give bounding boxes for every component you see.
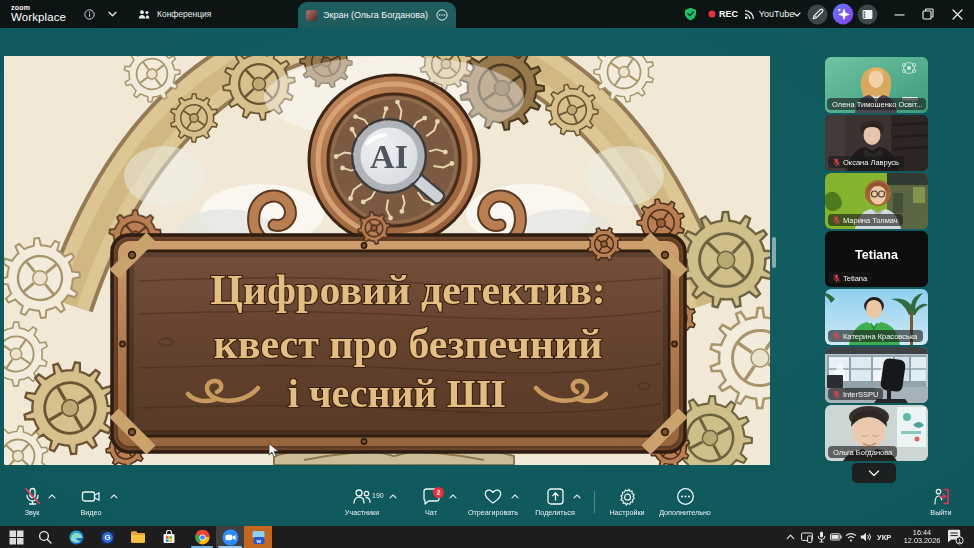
collapse-participants-button[interactable] xyxy=(852,463,896,483)
annotate-button[interactable] xyxy=(807,0,828,28)
info-button[interactable] xyxy=(80,0,98,28)
chat-unread-badge: 2 xyxy=(433,487,444,498)
action-center-button[interactable]: 1 xyxy=(942,526,968,548)
taskbar-edge-button[interactable] xyxy=(63,526,89,548)
brand-zoom: zoom xyxy=(11,4,66,11)
maximize-button[interactable] xyxy=(915,0,941,28)
participant-tile-olha[interactable]: Ольга Богданова xyxy=(825,405,928,461)
titlebar: zoom Workplace Конференция xyxy=(0,0,974,28)
edge-browser-icon xyxy=(69,530,84,545)
react-button[interactable]: Отреагировать xyxy=(462,487,524,517)
search-icon xyxy=(38,530,52,544)
close-button[interactable] xyxy=(944,0,970,28)
participants-label: Участники xyxy=(345,508,379,517)
wooden-sign: Цифровий детектив: квест про безпечний і… xyxy=(112,235,685,452)
taskbar-chrome-button[interactable] xyxy=(188,526,216,548)
tray-volume-icon[interactable] xyxy=(858,526,874,548)
taskbar-attention-app-button[interactable]: w xyxy=(244,526,272,548)
muted-mic-icon xyxy=(833,216,840,225)
notification-icon: 1 xyxy=(947,529,964,545)
video-options-chevron[interactable] xyxy=(110,494,118,499)
muted-mic-icon xyxy=(833,158,840,167)
settings-button[interactable]: Настройки xyxy=(603,487,651,517)
rec-label: REC xyxy=(719,9,738,19)
windows-taskbar: G xyxy=(0,526,974,548)
cast-display-icon xyxy=(801,532,813,543)
chevron-down-icon xyxy=(108,11,117,17)
taskbar-zoom-button[interactable] xyxy=(216,526,244,548)
language-indicator[interactable]: УКР xyxy=(877,533,891,542)
taskbar-store-button[interactable] xyxy=(156,526,182,548)
video-button[interactable]: Видео xyxy=(72,487,110,517)
ai-companion-button[interactable] xyxy=(832,0,854,28)
shield-check-icon xyxy=(684,7,697,21)
meeting-content-area: AI xyxy=(0,28,974,526)
chat-label: Чат xyxy=(425,508,437,517)
wifi-icon xyxy=(845,532,857,542)
participant-tile-intersspu[interactable]: InterSSPU xyxy=(825,347,928,403)
chat-badge-count: 2 xyxy=(437,489,441,496)
taskbar-search-button[interactable] xyxy=(32,526,58,548)
video-label: Видео xyxy=(81,508,102,517)
gear-icon xyxy=(618,487,637,506)
taskbar-explorer-button[interactable] xyxy=(125,526,151,548)
participant-tile-maryna[interactable]: Марина Толмач xyxy=(825,173,928,229)
tab-avatar xyxy=(306,10,317,21)
leave-button[interactable]: Выйти xyxy=(921,487,961,517)
zoom-workplace-logo: zoom Workplace xyxy=(11,4,66,24)
tab-more-icon[interactable] xyxy=(436,9,448,21)
scrollbar-thumb[interactable] xyxy=(772,237,776,268)
share-options-chevron[interactable] xyxy=(573,494,581,499)
audio-button[interactable]: Звук xyxy=(14,487,50,517)
participants-icon xyxy=(352,487,372,506)
livestream-indicator[interactable]: YouTube xyxy=(743,0,795,28)
tab-home-meeting[interactable]: Конференция xyxy=(138,0,211,28)
brand-workplace: Workplace xyxy=(11,12,66,24)
tray-battery-icon[interactable] xyxy=(828,526,843,548)
muted-mic-icon xyxy=(833,274,840,283)
tray-mic-icon[interactable] xyxy=(815,526,828,548)
settings-label: Настройки xyxy=(609,508,644,517)
audio-options-chevron[interactable] xyxy=(48,494,56,499)
participant-tile-kateryna[interactable]: Катерина Красовська xyxy=(825,289,928,345)
battery-icon xyxy=(830,533,842,541)
participant-name-pill: Ольга Богданова xyxy=(828,446,897,458)
muted-mic-icon xyxy=(833,332,840,341)
share-screen-icon xyxy=(546,487,565,506)
participants-options-chevron[interactable] xyxy=(389,494,397,499)
recording-indicator[interactable]: REC xyxy=(707,0,739,28)
more-button[interactable]: Дополнительно xyxy=(653,487,717,517)
titlebar-dropdown-button[interactable] xyxy=(104,0,120,28)
broadcast-icon xyxy=(744,9,755,20)
security-shield[interactable] xyxy=(682,0,698,28)
tray-cast-icon[interactable] xyxy=(799,526,815,548)
chevron-down-icon xyxy=(868,470,880,477)
participants-count: 190 xyxy=(372,492,384,499)
mouse-cursor xyxy=(268,443,280,459)
participant-name: Марина Толмач xyxy=(843,216,898,225)
zoom-meeting-window: zoom Workplace Конференция xyxy=(0,0,974,548)
participant-tile-oksana[interactable]: Оксана Лаврусь xyxy=(825,115,928,171)
participant-name-pill: Оксана Лаврусь xyxy=(828,156,904,168)
ai-emblem-text: AI xyxy=(370,138,408,175)
start-button[interactable] xyxy=(2,526,30,548)
react-options-chevron[interactable] xyxy=(511,494,519,499)
participant-tile-olena[interactable]: Олена Тимошенко Освіт... xyxy=(825,57,928,113)
tray-show-hidden-button[interactable] xyxy=(782,526,798,548)
participant-tile-tetiana[interactable]: Tetiana Tetiana xyxy=(825,231,928,287)
chat-options-chevron[interactable] xyxy=(449,494,457,499)
toolbar-divider xyxy=(594,491,595,513)
share-button[interactable]: Поделиться xyxy=(530,487,580,517)
tray-wifi-icon[interactable] xyxy=(843,526,859,548)
minimize-button[interactable] xyxy=(886,0,912,28)
leave-label: Выйти xyxy=(930,508,951,517)
slide-title-line1: Цифровий детектив: xyxy=(210,267,606,313)
participant-name: Tetiana xyxy=(843,274,867,283)
stream-dropdown[interactable] xyxy=(791,0,803,28)
active-tab-label: Экран (Ольга Богданова) xyxy=(323,10,430,20)
taskbar-g-app-button[interactable]: G xyxy=(94,526,120,548)
layout-view-button[interactable] xyxy=(857,0,878,28)
share-label: Поделиться xyxy=(535,508,575,517)
tab-screen-share-active[interactable]: Экран (Ольга Богданова) xyxy=(298,2,456,28)
zoom-app-icon xyxy=(222,529,239,546)
